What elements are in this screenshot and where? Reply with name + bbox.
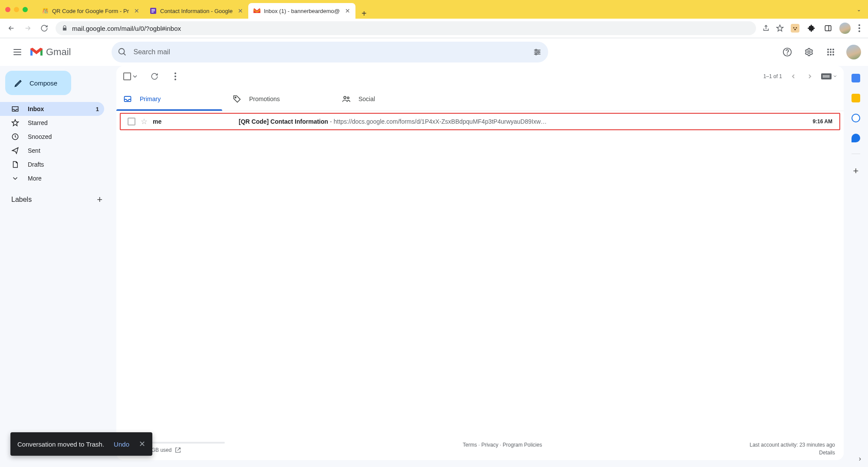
nav-list: Inbox 1 Starred Snoozed Sent Drafts M	[0, 102, 111, 185]
tab-contact-info[interactable]: Contact Information - Google ✕	[145, 3, 248, 19]
activity-text: Last account activity: 23 minutes ago	[750, 442, 835, 448]
address-bar[interactable]: mail.google.com/mail/u/0/?ogbl#inbox	[56, 21, 756, 35]
nav-starred[interactable]: Starred	[0, 116, 104, 130]
more-actions-button[interactable]	[167, 68, 184, 85]
nav-drafts[interactable]: Drafts	[0, 158, 104, 171]
close-icon[interactable]: ✕	[238, 7, 243, 14]
share-icon[interactable]	[762, 24, 770, 32]
keep-icon[interactable]	[852, 94, 860, 102]
tab-promotions[interactable]: Promotions	[226, 87, 335, 111]
tasks-icon[interactable]	[852, 114, 860, 122]
compose-button[interactable]: Compose	[5, 71, 71, 95]
row-checkbox[interactable]	[128, 118, 135, 125]
nav-inbox[interactable]: Inbox 1	[0, 102, 104, 116]
contacts-icon[interactable]	[852, 134, 860, 142]
tab-primary[interactable]: Primary	[116, 87, 226, 111]
svg-rect-5	[791, 24, 799, 33]
svg-point-23	[830, 49, 832, 50]
nav-snoozed[interactable]: Snoozed	[0, 130, 104, 144]
svg-point-6	[793, 27, 795, 29]
back-button[interactable]	[6, 23, 16, 33]
dropdown-arrow-icon	[133, 74, 137, 79]
svg-point-29	[830, 54, 832, 56]
gmail-logo[interactable]: Gmail	[30, 46, 71, 58]
svg-rect-3	[151, 12, 154, 13]
tabs-dropdown-icon[interactable]: ⌄	[855, 5, 863, 14]
maximize-window[interactable]	[23, 7, 28, 12]
svg-point-35	[347, 97, 349, 99]
tab-social[interactable]: Social	[335, 87, 444, 111]
bookmark-icon[interactable]	[776, 24, 784, 32]
search-options-icon[interactable]	[533, 47, 542, 57]
details-link[interactable]: Details	[750, 450, 835, 456]
undo-button[interactable]: Undo	[114, 441, 129, 448]
input-tools[interactable]	[821, 73, 837, 79]
select-all-checkbox[interactable]	[123, 72, 137, 80]
pager-prev[interactable]	[788, 71, 799, 82]
inbox-icon	[123, 95, 132, 103]
tab-qr-code[interactable]: 🎊 QR Code for Google Form - Pr ✕	[36, 3, 145, 19]
svg-point-11	[119, 49, 125, 54]
footer-links[interactable]: Terms · Privacy · Program Policies	[463, 442, 542, 448]
pencil-icon	[14, 78, 23, 88]
svg-point-28	[827, 54, 829, 56]
add-label-button[interactable]: +	[97, 194, 102, 205]
close-icon[interactable]: ✕	[134, 7, 139, 14]
tab-label: Promotions	[249, 95, 280, 102]
email-preview: https://docs.google.com/forms/d/1P4xX-Zs…	[334, 118, 547, 125]
account-avatar[interactable]	[846, 45, 861, 59]
forward-button[interactable]	[23, 23, 33, 33]
sidepanel-icon[interactable]	[823, 23, 833, 33]
toast-message: Conversation moved to Trash.	[17, 441, 104, 448]
svg-point-18	[536, 53, 537, 55]
svg-line-12	[124, 53, 126, 56]
tab-inbox[interactable]: Inbox (1) - bannerbeardemo@ ✕	[248, 3, 355, 19]
new-tab-button[interactable]: +	[362, 9, 367, 19]
profile-avatar[interactable]	[839, 23, 851, 34]
close-window[interactable]	[5, 7, 10, 12]
email-time: 9:16 AM	[812, 118, 832, 125]
nav-label: Inbox	[28, 105, 44, 112]
labels-heading: Labels +	[0, 185, 111, 209]
search-icon[interactable]	[118, 47, 127, 57]
svg-rect-1	[151, 9, 155, 10]
nav-label: Starred	[28, 119, 48, 126]
reload-button[interactable]	[39, 23, 49, 33]
search-box[interactable]	[112, 42, 548, 62]
nav-sent[interactable]: Sent	[0, 144, 104, 158]
extensions-icon[interactable]	[806, 23, 817, 33]
nav-more[interactable]: More	[0, 171, 104, 185]
email-row[interactable]: ☆ me [QR Code] Contact Information - htt…	[120, 113, 840, 130]
refresh-button[interactable]	[146, 68, 163, 85]
extension-bear-icon[interactable]	[790, 23, 800, 33]
open-external-icon[interactable]	[175, 447, 181, 453]
lock-icon	[62, 25, 68, 31]
gmail-favicon-icon	[253, 7, 260, 14]
category-tabs: Primary Promotions Social	[116, 87, 844, 111]
pager: 1–1 of 1	[763, 71, 837, 82]
nav-label: More	[28, 175, 42, 182]
close-icon[interactable]: ✕	[345, 7, 350, 14]
main-menu-button[interactable]	[7, 42, 28, 62]
pager-next[interactable]	[805, 71, 815, 82]
settings-icon[interactable]	[800, 43, 818, 61]
svg-point-8	[794, 29, 796, 30]
browser-menu-icon[interactable]	[857, 23, 862, 34]
close-icon[interactable]: ✕	[139, 439, 145, 449]
hide-panel-icon[interactable]: ›	[859, 455, 861, 463]
tab-title: Contact Information - Google	[160, 8, 233, 14]
tab-title: Inbox (1) - bannerbeardemo@	[264, 8, 340, 14]
calendar-icon[interactable]	[852, 74, 860, 82]
minimize-window[interactable]	[14, 7, 19, 12]
favicon-icon: 🎊	[42, 7, 49, 14]
get-addons-icon[interactable]: +	[853, 165, 859, 177]
nav-count: 1	[96, 106, 99, 112]
svg-point-20	[787, 54, 788, 54]
gmail-brand-text: Gmail	[46, 46, 71, 58]
apps-icon[interactable]	[822, 43, 839, 61]
pager-text: 1–1 of 1	[763, 73, 782, 79]
star-icon[interactable]: ☆	[141, 117, 148, 126]
search-input[interactable]	[133, 48, 526, 56]
checkbox-icon	[123, 72, 131, 80]
support-icon[interactable]	[779, 43, 796, 61]
